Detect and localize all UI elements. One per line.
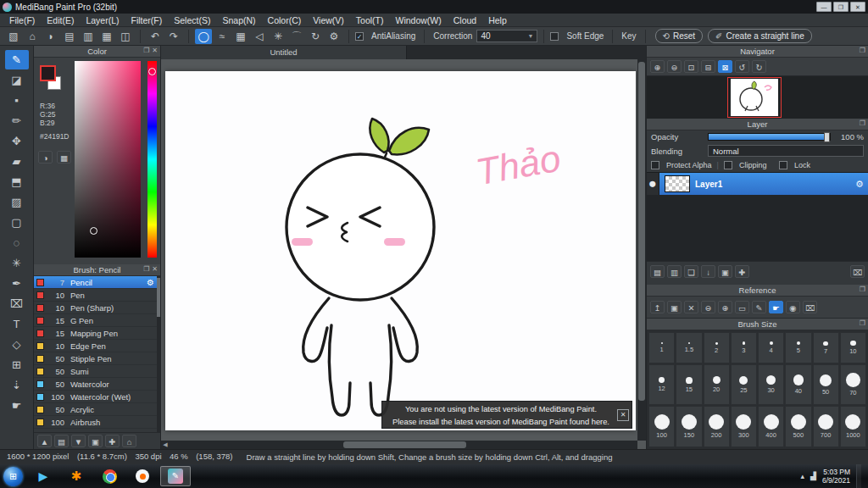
close-panel-icon[interactable]: ✕ (152, 47, 158, 54)
taskbar-browser[interactable] (127, 466, 158, 486)
ref-zoom-in-icon[interactable]: ⊕ (718, 301, 732, 313)
ref-eye-icon[interactable]: ◉ (786, 301, 800, 313)
brush-size-50[interactable]: 50 (813, 364, 839, 405)
flip-view-icon[interactable]: ⊠ (718, 60, 732, 73)
opacity-slider[interactable] (708, 133, 831, 141)
lock-checkbox[interactable] (779, 161, 787, 169)
brush-item-g-pen[interactable]: 15G Pen (34, 314, 160, 327)
maximize-button[interactable]: ❐ (833, 2, 849, 12)
taskbar-media-player[interactable]: ▶ (28, 466, 58, 486)
float-panel-icon[interactable]: ❐ (143, 265, 149, 273)
sv-marker[interactable] (90, 227, 97, 235)
brush-size-5[interactable]: 5 (785, 332, 811, 363)
freehand-icon[interactable]: ◯ (195, 29, 212, 44)
brush-item-pencil[interactable]: 7Pencil⚙ (34, 276, 160, 289)
brush-size-70[interactable]: 70 (840, 364, 866, 405)
brush-size-1.5[interactable]: 1.5 (676, 332, 702, 363)
ref-fit-icon[interactable]: ▭ (735, 301, 749, 313)
brush-size-10[interactable]: 10 (840, 332, 866, 363)
redo-icon[interactable]: ↷ (165, 29, 182, 44)
gear-icon[interactable]: ⚙ (147, 278, 154, 287)
brush-size-1000[interactable]: 1000 (840, 406, 866, 447)
brush-size-700[interactable]: 700 (813, 406, 839, 447)
delete-layer-icon[interactable]: ⌧ (850, 265, 865, 278)
color-wheel-icon-icon[interactable]: ◑ (38, 151, 53, 164)
expand-brush-icon[interactable]: ▲ (37, 435, 52, 447)
brush-item-pen[interactable]: 10Pen (34, 289, 160, 302)
float-panel-icon[interactable]: ❐ (860, 286, 865, 293)
add-brush-icon[interactable]: ✚ (105, 435, 120, 447)
bucket-tool-icon[interactable]: ⬒ (5, 172, 29, 191)
soft-edge-checkbox[interactable] (550, 32, 559, 41)
eyedropper-tool-icon[interactable]: ⇣ (5, 375, 29, 395)
save-icon[interactable]: ⌂ (24, 29, 41, 44)
workspace-icon[interactable]: ◫ (117, 29, 134, 44)
menu-snap-n[interactable]: Snap(N) (216, 14, 261, 26)
reset-button[interactable]: ⟲ Reset (655, 29, 704, 43)
menu-select-s[interactable]: Select(S) (168, 14, 216, 26)
brush-item-mapping-pen[interactable]: 15Mapping Pen (34, 327, 160, 340)
select-pen-tool-icon[interactable]: ✒ (5, 274, 29, 293)
menu-view-v[interactable]: View(V) (307, 14, 350, 26)
opacity-knob[interactable] (824, 132, 830, 142)
hue-bar[interactable] (147, 61, 157, 258)
move-tool-icon[interactable]: ✥ (5, 131, 29, 151)
brush-size-15[interactable]: 15 (676, 364, 702, 405)
ref-clear-icon[interactable]: ⌧ (803, 301, 817, 313)
brush-size-40[interactable]: 40 (785, 364, 811, 405)
panel-right-icon[interactable]: ▥ (80, 29, 97, 44)
menu-cloud[interactable]: Cloud (448, 14, 482, 26)
close-button[interactable]: ✕ (850, 2, 865, 12)
zoom-out-icon[interactable]: ⊖ (667, 60, 682, 73)
ref-pencil-icon[interactable]: ✎ (752, 301, 766, 313)
menu-window-w[interactable]: Window(W) (390, 14, 448, 26)
show-desktop-button[interactable] (856, 464, 861, 488)
merge-layer-icon[interactable]: ✚ (735, 265, 749, 278)
float-panel-icon[interactable]: ❐ (860, 319, 865, 327)
brush-size-100[interactable]: 100 (648, 406, 675, 447)
close-panel-icon[interactable]: ✕ (152, 265, 158, 273)
magic-wand-tool-icon[interactable]: ✳ (5, 253, 29, 273)
brush-size-3[interactable]: 3 (731, 332, 757, 363)
select-eraser-tool-icon[interactable]: ⌧ (5, 294, 29, 313)
ref-hand-icon[interactable]: ☛ (769, 301, 783, 313)
hand-tool-icon[interactable]: ☛ (5, 396, 29, 415)
brush-size-2[interactable]: 2 (704, 332, 730, 363)
brush-size-400[interactable]: 400 (758, 406, 784, 447)
snap-settings-icon[interactable]: ⚙ (326, 29, 342, 44)
brush-size-500[interactable]: 500 (785, 406, 811, 447)
new-canvas-icon[interactable]: ▧ (5, 29, 22, 44)
new-brush-icon[interactable]: ▤ (54, 435, 69, 447)
blending-dropdown[interactable]: Normal (708, 145, 864, 157)
gradient-tool-icon[interactable]: ▨ (5, 192, 29, 212)
divide-tool-icon[interactable]: ⊞ (5, 355, 29, 374)
menu-filter-f[interactable]: Filter(F) (125, 14, 169, 26)
rotate-left-icon[interactable]: ↺ (735, 60, 749, 73)
taskbar-chrome[interactable] (94, 466, 125, 486)
brush-item-stipple-pen[interactable]: 50Stipple Pen (34, 352, 160, 365)
hue-marker[interactable] (148, 68, 156, 75)
float-panel-icon[interactable]: ❐ (860, 47, 865, 54)
brush-size-1[interactable]: 1 (648, 332, 675, 363)
transfer-layer-icon[interactable]: ↓ (701, 265, 715, 278)
canvas-viewport[interactable]: Thảo You are not using the latest versio… (161, 59, 646, 449)
menu-help[interactable]: Help (482, 14, 513, 26)
brush-scroll-thumb[interactable] (157, 278, 160, 317)
eraser-tool-icon[interactable]: ◪ (5, 70, 29, 90)
new-layer-icon[interactable]: ▤ (650, 265, 665, 278)
brush-item-pen-sharp[interactable]: 10Pen (Sharp) (34, 302, 160, 314)
hidden-icons-chevron[interactable]: ▴ (800, 472, 804, 480)
menu-file-f[interactable]: File(F) (3, 14, 41, 26)
layer-settings-gear-icon[interactable]: ⚙ (851, 179, 868, 190)
brush-size-150[interactable]: 150 (676, 406, 702, 447)
brush-list-scrollbar[interactable] (157, 276, 160, 432)
notification-close-button[interactable]: ✕ (617, 409, 629, 421)
correction-dropdown[interactable]: 40 ▼ (476, 30, 537, 42)
vertical-scroll-thumb[interactable] (638, 62, 645, 401)
document-tab[interactable]: Untitled (161, 46, 407, 59)
palette-icon-icon[interactable]: ▦ (57, 151, 71, 164)
minimize-button[interactable]: — (816, 2, 832, 12)
protect-alpha-checkbox[interactable] (651, 161, 659, 169)
curve-snap-icon[interactable]: ⌒ (288, 29, 305, 44)
brush-item-sumi[interactable]: 50Sumi (34, 365, 160, 378)
